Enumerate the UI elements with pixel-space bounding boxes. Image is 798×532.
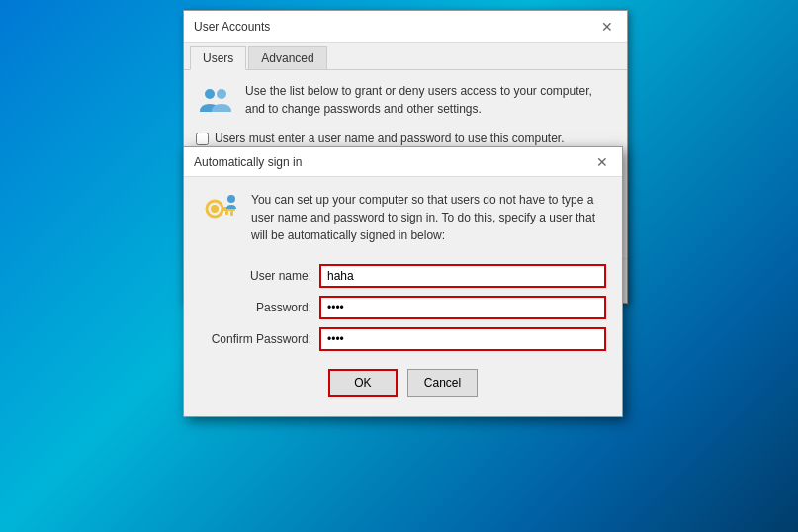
svg-rect-6: [230, 211, 233, 216]
svg-point-0: [205, 89, 215, 99]
autosign-body: You can set up your computer so that use…: [184, 177, 622, 416]
svg-point-1: [217, 89, 226, 99]
svg-point-8: [227, 195, 235, 203]
svg-point-4: [211, 205, 219, 213]
users-must-login-checkbox[interactable]: [196, 133, 209, 145]
info-row: Use the list below to grant or deny user…: [196, 82, 615, 122]
username-row: User name:: [200, 260, 606, 292]
svg-rect-7: [225, 211, 228, 215]
password-row: Password:: [200, 292, 606, 323]
autosign-description: You can set up your computer so that use…: [251, 191, 606, 244]
users-icon: [196, 82, 235, 122]
password-input[interactable]: [319, 296, 606, 319]
confirm-password-row: Confirm Password:: [200, 323, 606, 355]
autosign-dialog: Automatically sign in ✕ You can set up y…: [183, 146, 623, 417]
autosign-cancel-button[interactable]: Cancel: [407, 369, 478, 397]
autosign-footer: OK Cancel: [200, 369, 606, 402]
password-label: Password:: [200, 292, 319, 323]
tabs-bar: Users Advanced: [184, 43, 627, 70]
autosign-ok-button[interactable]: OK: [328, 369, 398, 397]
autosign-title: Automatically sign in: [194, 155, 302, 169]
checkbox-label: Users must enter a user name and passwor…: [215, 132, 565, 145]
user-accounts-close-button[interactable]: ✕: [597, 17, 617, 37]
tab-users[interactable]: Users: [190, 46, 246, 70]
tab-advanced[interactable]: Advanced: [248, 46, 326, 69]
autosign-close-button[interactable]: ✕: [592, 152, 612, 172]
user-accounts-titlebar: User Accounts ✕: [184, 11, 627, 43]
checkbox-row: Users must enter a user name and passwor…: [196, 132, 615, 145]
info-description: Use the list below to grant or deny user…: [245, 82, 615, 118]
credentials-form: User name: Password: Confirm Password:: [200, 260, 606, 355]
user-accounts-title: User Accounts: [194, 20, 270, 34]
autosign-info-row: You can set up your computer so that use…: [200, 191, 606, 244]
autosign-titlebar: Automatically sign in ✕: [184, 147, 622, 177]
username-input[interactable]: [319, 264, 606, 288]
confirm-password-label: Confirm Password:: [200, 323, 319, 355]
key-icon: [200, 191, 239, 230]
confirm-password-input[interactable]: [319, 327, 606, 351]
username-label: User name:: [200, 260, 319, 292]
